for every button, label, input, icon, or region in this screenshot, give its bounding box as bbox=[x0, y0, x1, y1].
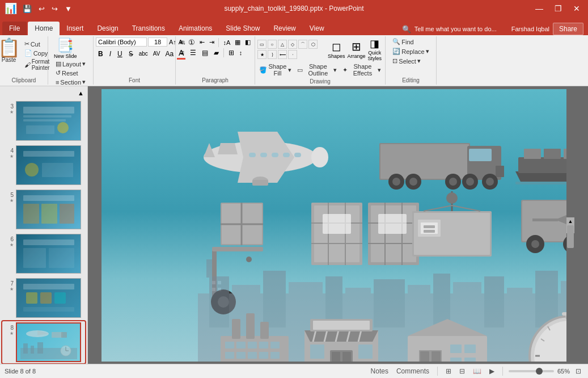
section-button[interactable]: ≡ Section ▾ bbox=[54, 78, 87, 86]
reset-button[interactable]: ↺ Reset bbox=[54, 69, 80, 77]
align-center-button[interactable]: ☰ bbox=[188, 48, 198, 57]
select-button[interactable]: ⊡ Select ▾ bbox=[391, 57, 422, 65]
notes-button[interactable]: Notes bbox=[369, 367, 391, 376]
replace-button[interactable]: 🔄 Replace ▾ bbox=[391, 47, 430, 56]
character-spacing-button[interactable]: AV bbox=[151, 50, 162, 57]
reading-view-button[interactable]: 📖 bbox=[471, 367, 484, 376]
font-name-input[interactable] bbox=[96, 37, 147, 47]
normal-view-button[interactable]: ⊞ bbox=[443, 367, 454, 376]
shapes-button[interactable]: ◻ Shapes bbox=[328, 40, 345, 59]
shape-item[interactable]: △ bbox=[278, 40, 287, 49]
shape-item[interactable]: ⟵ bbox=[278, 50, 287, 59]
svg-rect-8 bbox=[23, 195, 74, 201]
svg-rect-153 bbox=[260, 322, 269, 339]
quick-styles-button[interactable]: ◨ Quick Styles bbox=[368, 37, 382, 61]
slides-panel-scroll-up[interactable]: ▲ bbox=[77, 89, 85, 98]
arrange-button[interactable]: ⊞ Arrange bbox=[348, 40, 366, 59]
align-right-button[interactable]: ▤ bbox=[200, 48, 210, 57]
slide-thumb-8[interactable]: 8 ★ bbox=[2, 321, 85, 363]
share-button[interactable]: Share bbox=[553, 23, 583, 35]
svg-rect-48 bbox=[469, 149, 492, 161]
tab-view[interactable]: View bbox=[303, 22, 331, 35]
fit-slide-button[interactable]: ⊡ bbox=[573, 367, 583, 376]
cut-button[interactable]: ✂ Cut bbox=[23, 40, 52, 48]
shadow-button[interactable]: abc bbox=[137, 50, 150, 57]
customize-quick-access-button[interactable]: ▼ bbox=[62, 3, 74, 14]
slide-sorter-button[interactable]: ⊟ bbox=[457, 367, 467, 376]
change-case-button[interactable]: Aa bbox=[163, 49, 175, 58]
undo-button[interactable]: ↩ bbox=[36, 3, 47, 14]
slideshow-view-button[interactable]: ▶ bbox=[487, 367, 497, 376]
shape-item[interactable]: ⟩ bbox=[268, 50, 277, 59]
maximize-button[interactable]: ❐ bbox=[551, 3, 565, 14]
decrease-indent-button[interactable]: ⇤ bbox=[198, 38, 206, 47]
tab-transitions[interactable]: Transitions bbox=[125, 22, 172, 35]
vertical-scrollbar[interactable]: ▲ ▼ bbox=[566, 217, 574, 233]
tab-review[interactable]: Review bbox=[266, 22, 302, 35]
smartart-button[interactable]: ◧ bbox=[243, 38, 252, 47]
slide-thumb-6[interactable]: 6 ★ bbox=[2, 233, 85, 275]
zoom-thumb[interactable] bbox=[536, 368, 543, 375]
shape-item[interactable]: ◇ bbox=[288, 40, 297, 49]
line-spacing-button[interactable]: ↕ bbox=[238, 49, 244, 57]
font-group: A↑ A↓ B I U S̶ abc AV Aa A Font bbox=[94, 36, 176, 85]
svg-rect-152 bbox=[246, 313, 255, 339]
numbering-button[interactable]: ① bbox=[187, 37, 197, 47]
main-canvas[interactable]: ▲ ▼ bbox=[88, 86, 588, 364]
tab-file[interactable]: File bbox=[2, 22, 27, 35]
tab-animations[interactable]: Animations bbox=[172, 22, 219, 35]
tab-design[interactable]: Design bbox=[90, 22, 125, 35]
justify-button[interactable]: ▰ bbox=[211, 48, 221, 57]
scroll-up-button[interactable]: ▲ bbox=[566, 217, 574, 225]
paste-button[interactable]: 📋 Paste bbox=[0, 37, 22, 64]
shape-item[interactable]: ★ bbox=[257, 50, 266, 59]
columns-button[interactable]: ⊞ bbox=[226, 48, 236, 57]
bullets-button[interactable]: ≡ bbox=[178, 37, 186, 47]
svg-point-51 bbox=[392, 178, 400, 186]
tab-insert[interactable]: Insert bbox=[60, 22, 90, 35]
format-painter-button[interactable]: 🖌 Format Painter bbox=[23, 58, 52, 72]
save-button[interactable]: 💾 bbox=[20, 3, 34, 14]
italic-button[interactable]: I bbox=[107, 49, 113, 58]
align-text-button[interactable]: ▦ bbox=[233, 38, 242, 47]
shape-item[interactable]: ⌒ bbox=[298, 40, 307, 49]
new-slide-button[interactable]: 📑 New Slide bbox=[54, 37, 77, 59]
layout-button[interactable]: ▤ Layout ▾ bbox=[54, 60, 87, 68]
svg-rect-137 bbox=[236, 342, 246, 348]
shape-item[interactable]: ⬡ bbox=[308, 40, 318, 49]
underline-button[interactable]: U bbox=[115, 49, 125, 58]
zoom-slider[interactable] bbox=[509, 370, 554, 372]
strikethrough-button[interactable]: S̶ bbox=[126, 49, 136, 58]
text-direction-button[interactable]: ↕A bbox=[221, 39, 232, 47]
tab-slideshow[interactable]: Slide Show bbox=[219, 22, 266, 35]
shape-item[interactable]: ⬞ bbox=[288, 50, 297, 59]
shape-outline-button[interactable]: ▭ Shape Outline ▾ bbox=[295, 62, 339, 77]
shape-item[interactable]: ▭ bbox=[257, 40, 266, 49]
slide-thumb-5[interactable]: 5 ★ bbox=[2, 188, 85, 230]
bold-button[interactable]: B bbox=[96, 49, 105, 58]
copy-button[interactable]: 📄 Copy bbox=[23, 49, 52, 57]
align-left-button[interactable]: ≡ bbox=[178, 48, 187, 57]
svg-rect-64 bbox=[564, 149, 566, 159]
slide-thumb-3[interactable]: 3 ★ bbox=[2, 100, 85, 142]
slide-thumb-4[interactable]: 4 ★ bbox=[2, 144, 85, 186]
increase-indent-button[interactable]: ⇥ bbox=[208, 38, 216, 47]
slide-info: Slide 8 of 8 bbox=[5, 368, 36, 375]
redo-button[interactable]: ↪ bbox=[49, 3, 60, 14]
shape-effects-button[interactable]: ✦ Shape Effects ▾ bbox=[341, 62, 383, 77]
scroll-thumb[interactable] bbox=[567, 225, 574, 248]
shape-fill-button[interactable]: 🪣 Shape Fill ▾ bbox=[257, 62, 293, 77]
slide-thumb-7[interactable]: 7 ★ bbox=[2, 277, 85, 319]
shape-item[interactable]: ○ bbox=[268, 40, 277, 49]
minimize-button[interactable]: — bbox=[532, 3, 547, 14]
find-button[interactable]: 🔍 Find bbox=[391, 37, 415, 46]
tab-home[interactable]: Home bbox=[28, 22, 60, 35]
svg-point-55 bbox=[449, 178, 457, 186]
svg-rect-133 bbox=[212, 288, 215, 291]
font-size-input[interactable] bbox=[148, 37, 167, 47]
svg-rect-61 bbox=[518, 157, 566, 173]
comments-button[interactable]: Comments bbox=[394, 367, 432, 376]
close-button[interactable]: ✕ bbox=[570, 3, 583, 14]
svg-rect-7 bbox=[42, 163, 73, 177]
clipboard-label: Clipboard bbox=[12, 77, 36, 83]
